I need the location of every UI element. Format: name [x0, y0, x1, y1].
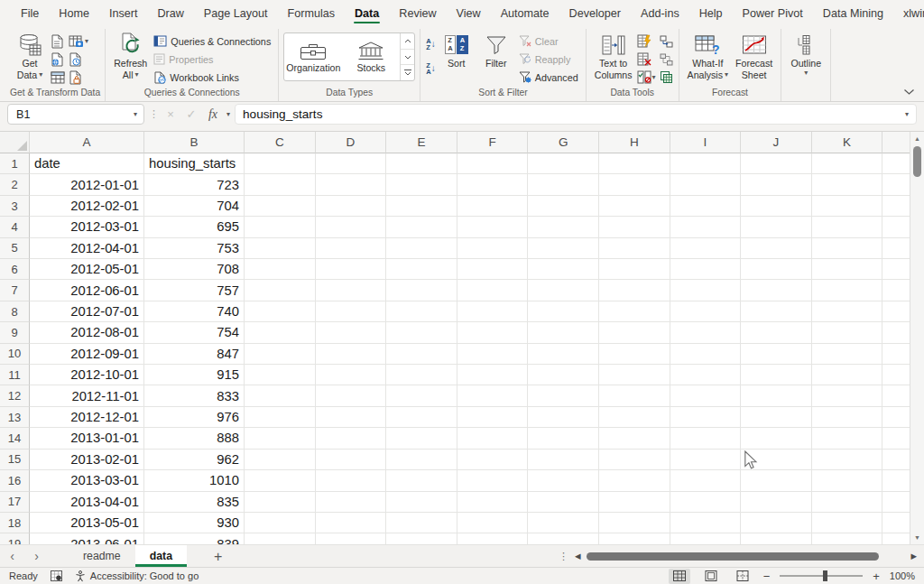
menu-tab-page-layout[interactable]: Page Layout: [194, 1, 278, 25]
column-header-h[interactable]: H: [599, 132, 670, 153]
value-cell[interactable]: 930: [144, 513, 245, 533]
from-text-csv-button[interactable]: [50, 32, 66, 50]
sort-ascending-button[interactable]: AZ↓: [425, 32, 436, 56]
row-header[interactable]: 14: [0, 428, 30, 449]
empty-cells[interactable]: [245, 217, 910, 237]
column-header-b[interactable]: B: [144, 132, 245, 153]
row-header[interactable]: 10: [0, 344, 30, 365]
menu-tab-insert[interactable]: Insert: [99, 1, 148, 25]
menu-tab-review[interactable]: Review: [389, 1, 446, 25]
row-header[interactable]: 4: [0, 217, 30, 237]
empty-cells[interactable]: [245, 470, 910, 491]
outline-button[interactable]: Outline ▾: [786, 29, 826, 77]
date-cell[interactable]: 2012-04-01: [30, 238, 144, 259]
horizontal-scroll-thumb[interactable]: [587, 552, 879, 561]
value-cell[interactable]: 754: [144, 322, 245, 343]
row-header[interactable]: 1: [0, 153, 30, 174]
value-cell[interactable]: 888: [144, 428, 245, 449]
row-header[interactable]: 7: [0, 280, 30, 301]
date-cell[interactable]: 2012-09-01: [30, 344, 144, 365]
consolidate-button[interactable]: [659, 32, 674, 50]
add-sheet-button[interactable]: +: [214, 545, 222, 568]
row-header[interactable]: 19: [0, 533, 30, 544]
date-cell[interactable]: 2013-05-01: [30, 513, 144, 533]
prev-sheet-button[interactable]: ‹: [0, 545, 24, 568]
data-type-stocks[interactable]: Stocks: [342, 33, 400, 80]
recent-sources-button[interactable]: [68, 51, 89, 68]
scroll-up-arrow[interactable]: ▲: [914, 132, 920, 145]
queries-connections-button[interactable]: Queries & Connections: [151, 32, 273, 50]
empty-cells[interactable]: [245, 407, 910, 428]
empty-cells[interactable]: [245, 533, 910, 544]
normal-view-button[interactable]: [669, 569, 690, 584]
text-to-columns-button[interactable]: Text to Columns: [591, 29, 636, 80]
name-box[interactable]: B1▾: [7, 104, 144, 125]
get-data-button[interactable]: Get Data▾: [10, 29, 50, 80]
column-header-k[interactable]: K: [812, 132, 883, 153]
row-header[interactable]: 12: [0, 385, 30, 406]
gallery-more-button[interactable]: [401, 64, 414, 80]
row-header[interactable]: 3: [0, 196, 30, 217]
column-header-g[interactable]: G: [528, 132, 599, 153]
refresh-all-button[interactable]: Refresh All▾: [110, 29, 151, 80]
value-cell[interactable]: 1010: [144, 470, 245, 491]
sheet-tab-data[interactable]: data: [135, 545, 187, 567]
column-header-a[interactable]: A: [30, 132, 144, 153]
scroll-down-arrow[interactable]: ▼: [914, 531, 920, 544]
empty-cells[interactable]: [245, 492, 910, 513]
row-header[interactable]: 18: [0, 513, 30, 533]
vertical-scrollbar[interactable]: ▲ ▼: [910, 132, 924, 544]
relationships-button[interactable]: [659, 51, 674, 68]
value-cell[interactable]: 757: [144, 280, 245, 301]
row-header[interactable]: 15: [0, 450, 30, 470]
insert-function-button[interactable]: fx: [204, 107, 222, 122]
column-header-c[interactable]: C: [245, 132, 316, 153]
formula-input[interactable]: housing_starts▾: [235, 104, 917, 125]
column-header-i[interactable]: I: [670, 132, 742, 153]
empty-cells[interactable]: [245, 513, 910, 533]
zoom-in-button[interactable]: +: [873, 570, 880, 583]
value-header-cell[interactable]: housing_starts: [144, 153, 245, 174]
date-cell[interactable]: 2012-06-01: [30, 280, 144, 301]
column-header-e[interactable]: E: [386, 132, 457, 153]
date-cell[interactable]: 2013-01-01: [30, 428, 144, 449]
value-cell[interactable]: 847: [144, 344, 245, 365]
empty-cells[interactable]: [245, 344, 910, 365]
empty-cells[interactable]: [245, 301, 910, 322]
zoom-out-button[interactable]: −: [763, 570, 771, 583]
menu-tab-xlwings[interactable]: xlwings: [893, 1, 924, 25]
value-cell[interactable]: 835: [144, 492, 245, 513]
zoom-slider[interactable]: [780, 575, 863, 577]
data-validation-button[interactable]: ▾: [636, 69, 657, 86]
empty-cells[interactable]: [245, 322, 910, 343]
value-cell[interactable]: 833: [144, 385, 245, 406]
date-cell[interactable]: 2012-01-01: [30, 174, 144, 195]
empty-cells[interactable]: [245, 153, 910, 174]
empty-cells[interactable]: [245, 238, 910, 259]
scroll-left-arrow[interactable]: ◀: [575, 552, 581, 561]
menu-tab-automate[interactable]: Automate: [491, 1, 559, 25]
menu-tab-data[interactable]: Data: [345, 1, 389, 25]
value-cell[interactable]: 708: [144, 259, 245, 280]
menu-tab-developer[interactable]: Developer: [559, 1, 631, 25]
gallery-scroll-down[interactable]: [401, 49, 414, 65]
from-web-button[interactable]: [50, 51, 66, 68]
date-cell[interactable]: 2012-10-01: [30, 365, 144, 385]
empty-cells[interactable]: [245, 196, 910, 217]
value-cell[interactable]: 740: [144, 301, 245, 322]
page-layout-view-button[interactable]: [700, 569, 722, 584]
row-header[interactable]: 6: [0, 259, 30, 280]
empty-cells[interactable]: [245, 174, 910, 195]
value-cell[interactable]: 704: [144, 196, 245, 217]
date-header-cell[interactable]: date: [30, 153, 144, 174]
scrollbar-resize-handle[interactable]: ⋮: [559, 551, 568, 562]
value-cell[interactable]: 976: [144, 407, 245, 428]
from-picture-button[interactable]: ▾: [68, 32, 89, 50]
menu-tab-draw[interactable]: Draw: [147, 1, 193, 25]
sort-button[interactable]: ZAAZ Sort: [437, 29, 476, 70]
column-header-f[interactable]: F: [457, 132, 529, 153]
date-cell[interactable]: 2013-04-01: [30, 492, 144, 513]
value-cell[interactable]: 915: [144, 365, 245, 385]
data-type-organization[interactable]: Organization: [284, 33, 342, 80]
row-header[interactable]: 5: [0, 238, 30, 259]
